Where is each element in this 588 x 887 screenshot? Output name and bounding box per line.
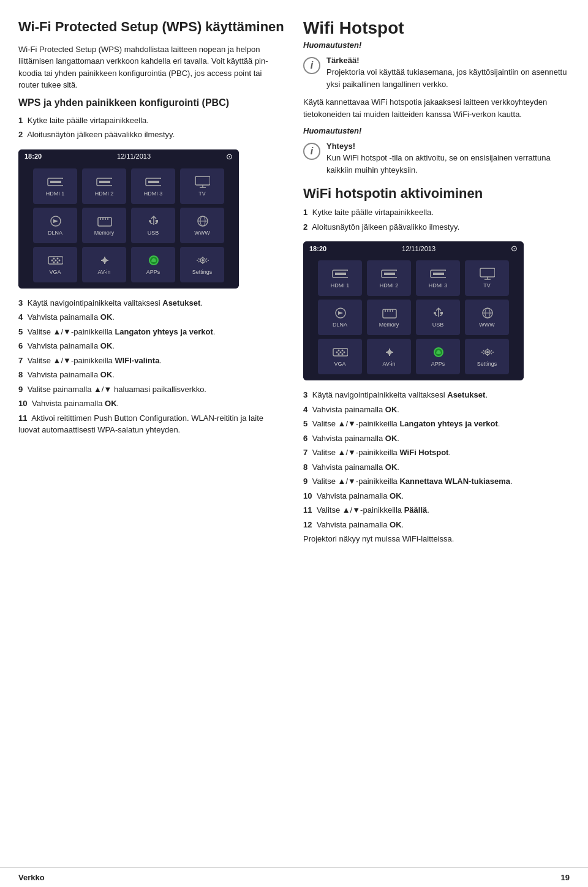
page-footer: Verkko 19 [0, 867, 588, 887]
screen-row-2: DLNA Memory USB [24, 208, 233, 243]
screen-item-hdmi3: HDMI 3 [131, 168, 175, 204]
screen-header-1: 18:20 12/11/2013 ⊙ [18, 149, 239, 164]
right-step-1-text: Kytke laite päälle virtapainikkeella. [312, 208, 434, 217]
step-5: 5 Valitse ▲/▼-painikkeilla Langaton yhte… [18, 326, 285, 338]
hdmi3-icon [145, 176, 161, 188]
step-num-2: 2 [18, 130, 23, 139]
hdmi3-label: HDMI 3 [144, 191, 163, 197]
up-down-arrows-5: ▲/▼ [53, 327, 71, 336]
wps-section-title: WPS ja yhden painikkeen konfigurointi (P… [18, 97, 285, 108]
svg-point-75 [486, 351, 489, 353]
screen-item-r-tv: TV [465, 260, 509, 296]
screen-item-r-avin: AV-in [367, 339, 411, 374]
screen-row-r3: VGA AV-in APPs [309, 339, 518, 374]
steps-list-post: 3 Käytä navigointipainikkeita valitakses… [18, 297, 285, 436]
screen-item-www: WWW [180, 208, 224, 243]
step-10: 10 Vahvista painamalla OK. [18, 398, 285, 410]
svg-point-60 [340, 352, 342, 353]
tarkeaa-label: Tärkeää! [326, 56, 570, 65]
svg-rect-1 [50, 181, 61, 183]
up-down-arrows-r11: ▲/▼ [342, 505, 360, 515]
screen-item-r-hdmi1: HDMI 1 [318, 260, 362, 296]
r-hdmi3-icon [430, 268, 446, 280]
svg-marker-33 [101, 259, 104, 262]
step-num-3: 3 [18, 298, 23, 308]
up-down-arrows-r7: ▲/▼ [338, 448, 356, 457]
svg-rect-3 [99, 181, 110, 183]
yhteys-content: Yhteys! Kun WiFi hotspot -tila on aktivo… [326, 142, 570, 176]
step-num-5: 5 [18, 327, 23, 336]
screen-time-1: 18:20 [24, 153, 42, 160]
wifi-icon-2: ⊙ [511, 244, 518, 253]
screen-item-usb: USB [131, 208, 175, 243]
right-step-9-bold: Kannettava WLAN-tukiasema [399, 477, 510, 486]
footer-left: Verkko [18, 873, 45, 882]
screen-item-r-www: WWW [465, 300, 509, 335]
svg-rect-16 [156, 220, 158, 222]
right-step-1: 1 Kytke laite päälle virtapainikkeella. [303, 206, 570, 219]
r-hdmi2-icon [381, 268, 397, 280]
step-num-10: 10 [18, 399, 27, 408]
up-down-arrows-r5: ▲/▼ [338, 419, 356, 428]
svg-marker-70 [390, 350, 393, 354]
svg-marker-32 [105, 259, 108, 262]
hdmi1-icon [47, 176, 63, 188]
svg-point-63 [342, 350, 344, 352]
right-step-7: 7 Valitse ▲/▼-painikkeilla WiFi Hotspot. [303, 447, 570, 459]
step-2-text: Aloitusnäytön jälkeen päävalikko ilmesty… [27, 130, 175, 139]
r-avin-icon [381, 346, 397, 358]
screen-row-r2: DLNA Memory USB [309, 300, 518, 335]
svg-point-15 [149, 220, 151, 222]
screen-item-r-hdmi2: HDMI 2 [367, 260, 411, 296]
svg-rect-39 [335, 273, 346, 275]
right-steps-post: 3 Käytä navigointipainikkeita valitakses… [303, 389, 570, 545]
svg-point-62 [338, 350, 340, 352]
screen-item-r-usb: USB [416, 300, 460, 335]
right-step-2: 2 Aloitusnäytön jälkeen päävalikko ilmes… [303, 221, 570, 233]
svg-rect-43 [433, 273, 444, 275]
screen-header-2: 18:20 12/11/2013 ⊙ [303, 241, 524, 255]
up-down-arrows-9: ▲/▼ [94, 385, 111, 394]
right-step-5-bold: Langaton yhteys ja verkot [399, 419, 497, 428]
screen-item-dlna: DLNA [33, 208, 77, 243]
screen-item-r-memory: Memory [367, 300, 411, 335]
screen-item-r-settings: Settings [465, 339, 509, 374]
screen-date-2: 12/11/2013 [402, 245, 435, 252]
step-1: 1 Kytke laite päälle virtapainikkeella. [18, 115, 285, 127]
tarkeaa-text: Projektoria voi käyttää tukiasemana, jos… [326, 66, 570, 90]
usb-icon [145, 215, 161, 227]
svg-rect-5 [148, 181, 159, 183]
step-5-bold: Langaton yhteys ja verkot [115, 327, 213, 336]
right-main-text: Käytä kannettavaa WiFi hotspotia jakaaks… [303, 96, 570, 120]
www-icon [194, 215, 210, 227]
svg-point-24 [53, 257, 55, 259]
avin-label: AV-in [98, 269, 111, 275]
screen-date-1: 12/11/2013 [117, 153, 151, 160]
r-hdmi1-icon [332, 268, 348, 280]
huomautusten-2-label: Huomautusten! [303, 126, 570, 135]
r-vga-icon [332, 346, 348, 358]
steps-list-pre: 1 Kytke laite päälle virtapainikkeella. … [18, 115, 285, 141]
step-num-1: 1 [18, 116, 23, 125]
step-num-9: 9 [18, 385, 23, 394]
svg-point-23 [59, 259, 61, 261]
right-step-11: 11 Valitse ▲/▼-painikkeilla Päällä. [303, 504, 570, 516]
memory-icon [96, 215, 112, 227]
right-step-3: 3 Käytä navigointipainikkeita valitakses… [303, 389, 570, 401]
right-step-num-2: 2 [303, 222, 307, 232]
svg-point-25 [57, 257, 59, 259]
step-num-4: 4 [18, 312, 23, 322]
svg-point-37 [202, 259, 204, 262]
screen-item-tv: TV [180, 168, 224, 204]
r-apps-icon [430, 346, 446, 358]
screen-mockup-2: 18:20 12/11/2013 ⊙ HDMI 1 [303, 241, 524, 380]
svg-rect-44 [480, 268, 495, 277]
svg-rect-41 [384, 273, 395, 275]
left-column: Wi-Fi Protected Setup (WPS) käyttäminen … [18, 18, 285, 855]
yhteys-text: Kun WiFi hotspot -tila on aktivoitu, se … [326, 152, 570, 176]
svg-rect-6 [195, 176, 210, 185]
right-step-11-bold: Päällä [404, 505, 428, 515]
right-step-num-1: 1 [303, 208, 307, 217]
screen-item-apps: APPs [131, 247, 175, 282]
wifi-icon-1: ⊙ [226, 152, 233, 161]
